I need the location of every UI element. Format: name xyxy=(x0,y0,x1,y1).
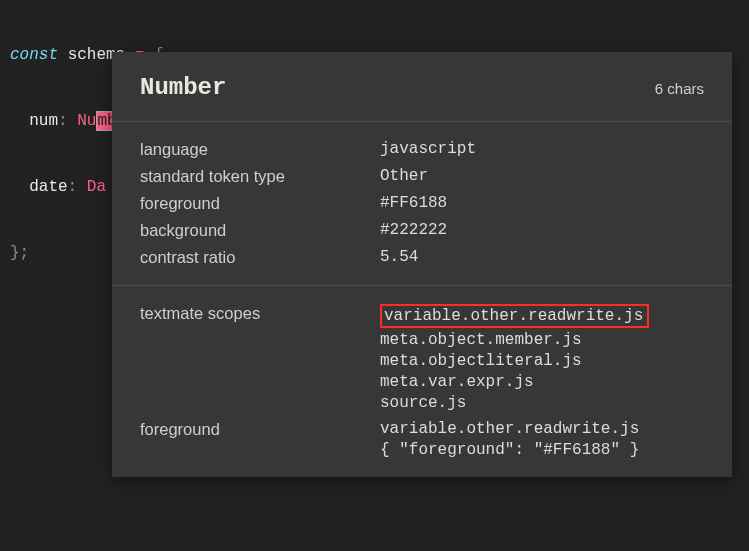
colon: : xyxy=(68,178,78,196)
token-da: Da xyxy=(87,178,106,196)
foreground-rule-line: { "foreground": "#FF6188" } xyxy=(380,441,704,459)
inspected-token-title: Number xyxy=(140,74,226,101)
scope-entry: meta.var.expr.js xyxy=(380,373,704,391)
info-value: Other xyxy=(380,167,704,186)
scopes-grid: textmate scopes variable.other.readwrite… xyxy=(112,286,732,477)
textmate-scopes-list: variable.other.readwrite.jsmeta.object.m… xyxy=(380,304,704,412)
info-label: background xyxy=(140,221,380,240)
scope-entry: meta.objectliteral.js xyxy=(380,352,704,370)
label-foreground-rule: foreground xyxy=(140,420,380,459)
property-num: num xyxy=(29,112,58,130)
info-value: 5.54 xyxy=(380,248,704,267)
token-info-grid: languagejavascriptstandard token typeOth… xyxy=(112,122,732,285)
info-label: contrast ratio xyxy=(140,248,380,267)
info-label: foreground xyxy=(140,194,380,213)
colon: : xyxy=(58,112,68,130)
scope-entry: meta.object.member.js xyxy=(380,331,704,349)
label-textmate-scopes: textmate scopes xyxy=(140,304,380,412)
tooltip-header: Number 6 chars xyxy=(112,52,732,121)
property-date: date xyxy=(29,178,67,196)
scope-inspector-tooltip: Number 6 chars languagejavascriptstandar… xyxy=(112,52,732,477)
info-value: javascript xyxy=(380,140,704,159)
info-value: #222222 xyxy=(380,221,704,240)
info-value: #FF6188 xyxy=(380,194,704,213)
info-label: standard token type xyxy=(140,167,380,186)
keyword-const: const xyxy=(10,46,58,64)
brace-close: }; xyxy=(10,244,29,262)
highlighted-scope: variable.other.readwrite.js xyxy=(380,304,649,328)
char-count: 6 chars xyxy=(655,80,704,97)
info-label: language xyxy=(140,140,380,159)
scope-entry: variable.other.readwrite.js xyxy=(380,304,704,328)
scope-entry: source.js xyxy=(380,394,704,412)
foreground-rule-line: variable.other.readwrite.js xyxy=(380,420,704,438)
foreground-rule-list: variable.other.readwrite.js{ "foreground… xyxy=(380,420,704,459)
